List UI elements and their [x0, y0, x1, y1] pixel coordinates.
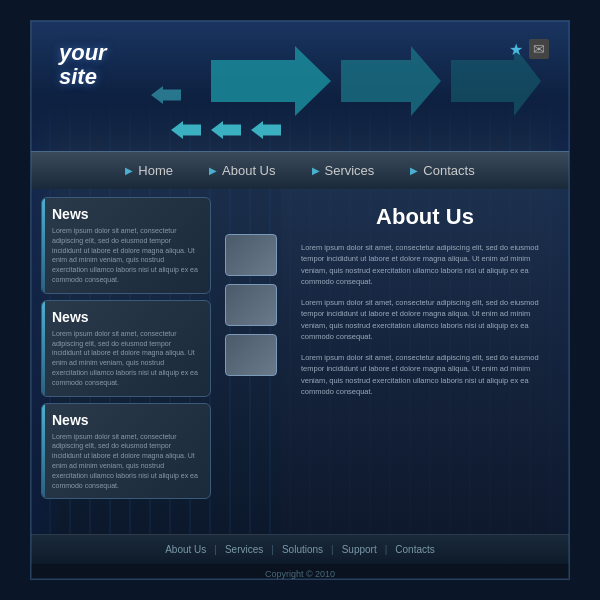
small-arrow-2	[211, 121, 241, 139]
star-icon: ★	[509, 40, 523, 59]
about-title: About Us	[301, 204, 549, 230]
copyright-text: Copyright © 2010	[265, 569, 335, 579]
copyright-bar: Copyright © 2010	[31, 564, 569, 580]
nav-arrow-contacts: ▶	[410, 165, 418, 176]
footer-link-support[interactable]: Support	[334, 544, 385, 555]
content-para-1: Lorem ipsum dolor sit amet, consectetur …	[301, 242, 549, 287]
small-arrow-3	[251, 121, 281, 139]
nav-contacts-label: Contacts	[423, 163, 474, 178]
news-sidebar: News Lorem ipsum dolor sit amet, consect…	[31, 189, 221, 534]
nav-home-label: Home	[138, 163, 173, 178]
content-row-1: Lorem ipsum dolor sit amet, consectetur …	[301, 242, 549, 287]
news-title-2: News	[52, 309, 200, 325]
about-content: About Us Lorem ipsum dolor sit amet, con…	[281, 189, 569, 534]
thumb-btn-3[interactable]	[225, 334, 277, 376]
footer-link-contacts[interactable]: Contacts	[387, 544, 442, 555]
news-text-1: Lorem ipsum dolor sit amet, consectetur …	[52, 226, 200, 285]
content-row-2: Lorem ipsum dolor sit amet, consectetur …	[301, 297, 549, 342]
news-card-1[interactable]: News Lorem ipsum dolor sit amet, consect…	[41, 197, 211, 294]
nav-contacts[interactable]: ▶ Contacts	[392, 152, 492, 188]
news-card-3[interactable]: News Lorem ipsum dolor sit amet, consect…	[41, 403, 211, 500]
nav-arrow-home: ▶	[125, 165, 133, 176]
logo[interactable]: your site	[59, 41, 107, 89]
footer-link-solutions[interactable]: Solutions	[274, 544, 331, 555]
footer-links: About Us | Services | Solutions | Suppor…	[31, 534, 569, 564]
nav-services[interactable]: ▶ Services	[294, 152, 393, 188]
arrows-decoration	[131, 31, 569, 151]
top-icons: ★ ✉	[509, 39, 549, 59]
small-arrow-1	[171, 121, 201, 139]
header: your site ★ ✉	[31, 21, 569, 151]
content-row-3: Lorem ipsum dolor sit amet, consectetur …	[301, 352, 549, 397]
mail-icon: ✉	[529, 39, 549, 59]
logo-line1: your	[59, 41, 107, 65]
main-content: News Lorem ipsum dolor sit amet, consect…	[31, 189, 569, 534]
news-card-2[interactable]: News Lorem ipsum dolor sit amet, consect…	[41, 300, 211, 397]
thumb-btn-1[interactable]	[225, 234, 277, 276]
small-arrow-4	[151, 86, 181, 104]
content-para-3: Lorem ipsum dolor sit amet, consectetur …	[301, 352, 549, 397]
content-para-2: Lorem ipsum dolor sit amet, consectetur …	[301, 297, 549, 342]
nav-home[interactable]: ▶ Home	[107, 152, 191, 188]
arrow-2	[341, 46, 441, 116]
news-text-3: Lorem ipsum dolor sit amet, consectetur …	[52, 432, 200, 491]
site-wrapper: your site ★ ✉ ▶ Home ▶ About Us	[30, 20, 570, 580]
nav-about[interactable]: ▶ About Us	[191, 152, 293, 188]
nav-about-label: About Us	[222, 163, 275, 178]
arrow-1	[211, 46, 331, 116]
navbar: ▶ Home ▶ About Us ▶ Services ▶ Contacts	[31, 151, 569, 189]
thumb-btn-2[interactable]	[225, 284, 277, 326]
news-title-1: News	[52, 206, 200, 222]
thumb-column	[221, 189, 281, 534]
nav-services-label: Services	[325, 163, 375, 178]
news-text-2: Lorem ipsum dolor sit amet, consectetur …	[52, 329, 200, 388]
logo-line2: site	[59, 65, 107, 89]
nav-arrow-services: ▶	[312, 165, 320, 176]
footer-link-about[interactable]: About Us	[157, 544, 214, 555]
nav-arrow-about: ▶	[209, 165, 217, 176]
news-title-3: News	[52, 412, 200, 428]
footer-link-services[interactable]: Services	[217, 544, 271, 555]
